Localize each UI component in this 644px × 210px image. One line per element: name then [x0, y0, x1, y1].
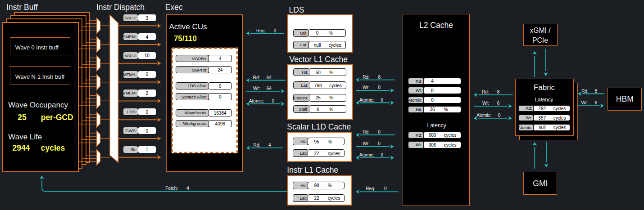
svg-text:6: 6 — [595, 100, 598, 105]
svg-text:0: 0 — [381, 152, 383, 157]
svg-text:Wr:: Wr: — [363, 141, 369, 146]
svg-text:4: 4 — [186, 186, 189, 191]
svg-text:Wr:: Wr: — [363, 85, 369, 90]
svg-text:Wr:: Wr: — [253, 86, 260, 91]
svg-text:0: 0 — [384, 186, 387, 191]
svg-text:Atomic:: Atomic: — [359, 152, 374, 157]
svg-text:0: 0 — [274, 28, 277, 33]
svg-text:0: 0 — [378, 130, 381, 134]
svg-text:0: 0 — [381, 98, 383, 103]
svg-text:8: 8 — [497, 89, 500, 94]
svg-text:Req:: Req: — [366, 186, 375, 191]
svg-text:4: 4 — [268, 143, 271, 147]
svg-text:Rd:: Rd: — [581, 89, 589, 94]
svg-text:Atomic:: Atomic: — [359, 98, 374, 103]
svg-text:Rd:: Rd: — [482, 89, 489, 94]
svg-text:Req:: Req: — [256, 28, 266, 33]
svg-text:Wr:: Wr: — [581, 100, 588, 105]
svg-text:64: 64 — [267, 75, 272, 80]
svg-text:Fetch:: Fetch: — [165, 186, 178, 191]
svg-text:0: 0 — [498, 113, 501, 118]
svg-text:6: 6 — [497, 101, 500, 106]
svg-text:8: 8 — [378, 75, 381, 80]
svg-text:Atomic:: Atomic: — [249, 98, 264, 103]
svg-text:Atomic:: Atomic: — [476, 113, 491, 118]
svg-text:Rd:: Rd: — [363, 130, 370, 134]
svg-text:0: 0 — [378, 141, 381, 146]
svg-text:Rd:: Rd: — [254, 143, 261, 147]
svg-text:Wr:: Wr: — [482, 101, 489, 106]
svg-text:Rd:: Rd: — [253, 75, 260, 80]
svg-text:64: 64 — [267, 86, 272, 91]
svg-text:8: 8 — [378, 85, 381, 90]
svg-text:0: 0 — [272, 98, 275, 103]
svg-text:8: 8 — [595, 89, 598, 94]
svg-text:Rd:: Rd: — [363, 75, 370, 80]
